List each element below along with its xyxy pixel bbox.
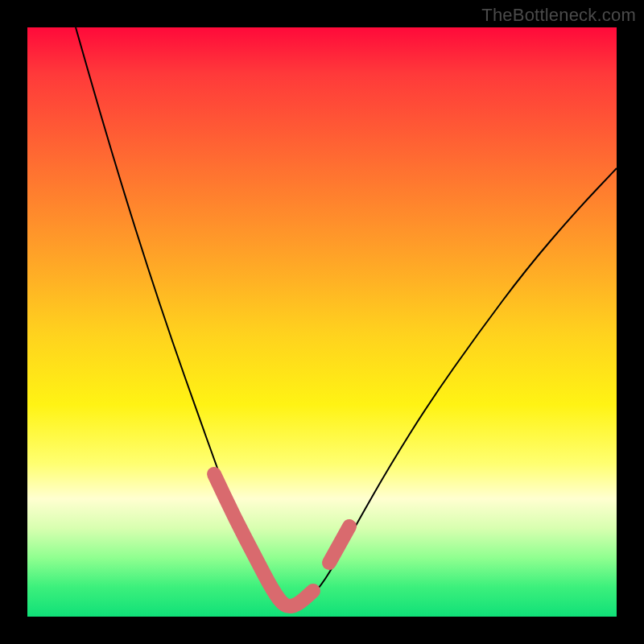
marker-group xyxy=(214,474,349,606)
marker-segment xyxy=(214,474,313,606)
bottleneck-curve xyxy=(76,27,617,606)
gradient-plot-area xyxy=(27,27,617,617)
curve-svg xyxy=(27,27,617,617)
watermark-text: TheBottleneck.com xyxy=(481,5,636,26)
marker-segment xyxy=(329,526,349,563)
